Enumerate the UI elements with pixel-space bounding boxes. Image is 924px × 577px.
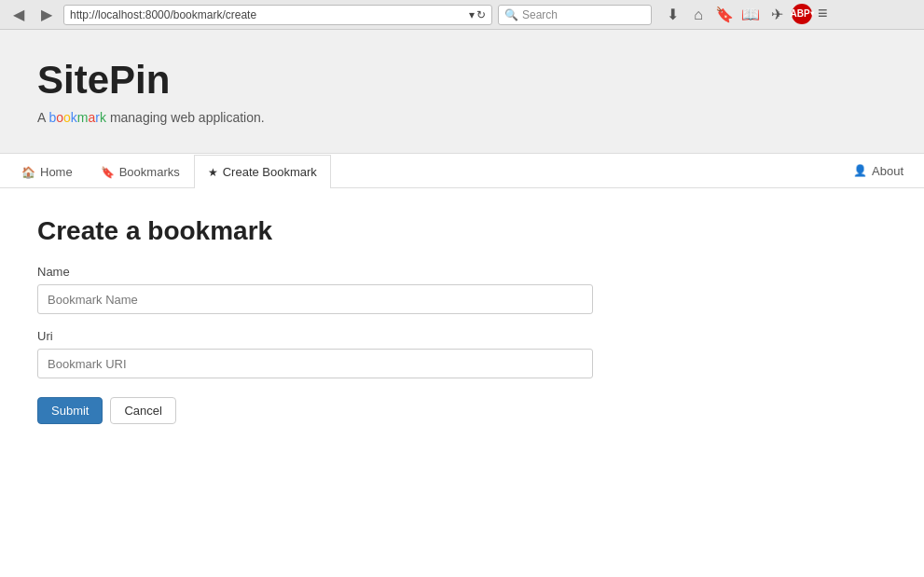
home-button[interactable]: ⌂ <box>687 4 710 26</box>
subtitle-m: m <box>77 110 89 125</box>
nav-home-label: Home <box>40 165 73 179</box>
nav-about-label: About <box>872 164 903 178</box>
download-button[interactable]: ⬇ <box>661 4 683 26</box>
app-header: SitePin A bookmark managing web applicat… <box>0 30 924 154</box>
uri-input[interactable] <box>37 349 593 378</box>
nav-item-home[interactable]: 🏠 Home <box>7 155 87 188</box>
adblock-label: ABP <box>790 8 809 19</box>
name-label: Name <box>37 265 887 279</box>
nav-items-left: 🏠 Home 🔖 Bookmarks ★ Create Bookmark <box>7 154 331 187</box>
nav-create-bookmark-label: Create Bookmark <box>223 165 317 179</box>
browser-menu-button[interactable]: ≡ <box>818 4 828 26</box>
share-button[interactable]: ✈ <box>765 4 788 26</box>
navbar: 🏠 Home 🔖 Bookmarks ★ Create Bookmark 👤 A… <box>0 154 924 188</box>
search-placeholder: Search <box>522 8 558 21</box>
uri-label: Uri <box>37 329 887 343</box>
main-content: Create a bookmark Name Uri Submit Cancel <box>0 188 924 452</box>
app-subtitle: A bookmark managing web application. <box>37 110 887 125</box>
cancel-button[interactable]: Cancel <box>110 397 175 424</box>
form-actions: Submit Cancel <box>37 397 887 424</box>
reader-button[interactable]: 📖 <box>739 4 762 26</box>
nav-item-create-bookmark[interactable]: ★ Create Bookmark <box>194 155 331 188</box>
bookmarks-button[interactable]: 🔖 <box>713 4 736 26</box>
adblock-button[interactable]: ABP ▾ <box>792 4 812 24</box>
forward-button[interactable]: ▶ <box>35 4 58 26</box>
address-bar-icons: ▾ ↻ <box>469 8 486 21</box>
bookmarks-nav-icon: 🔖 <box>101 166 115 179</box>
user-nav-icon: 👤 <box>853 164 867 177</box>
dropdown-icon: ▾ <box>469 8 475 21</box>
home-nav-icon: 🏠 <box>21 166 35 179</box>
reload-icon[interactable]: ↻ <box>476 8 486 21</box>
subtitle-k2: k <box>100 110 106 125</box>
app-title: SitePin <box>37 58 887 103</box>
subtitle-o2: o <box>63 110 71 125</box>
uri-form-group: Uri <box>37 329 887 378</box>
url-text: http://localhost:8000/bookmark/create <box>70 8 465 21</box>
toolbar-icons: ⬇ ⌂ 🔖 📖 ✈ ABP ▾ ≡ <box>661 4 828 26</box>
name-input[interactable] <box>37 284 593 314</box>
star-nav-icon: ★ <box>208 166 218 179</box>
nav-item-about[interactable]: 👤 About <box>840 155 917 187</box>
nav-item-bookmarks[interactable]: 🔖 Bookmarks <box>87 155 194 188</box>
page-heading: Create a bookmark <box>37 216 887 246</box>
submit-button[interactable]: Submit <box>37 397 103 424</box>
nav-bookmarks-label: Bookmarks <box>119 165 180 179</box>
address-bar[interactable]: http://localhost:8000/bookmark/create ▾ … <box>63 5 492 25</box>
search-icon: 🔍 <box>504 8 518 21</box>
search-bar[interactable]: 🔍 Search <box>498 5 652 25</box>
create-bookmark-form: Name Uri Submit Cancel <box>37 265 887 424</box>
subtitle-k: k <box>71 110 77 125</box>
nav-items-right: 👤 About <box>840 155 917 187</box>
adblock-dropdown-icon: ▾ <box>810 9 814 18</box>
browser-chrome: ◀ ▶ http://localhost:8000/bookmark/creat… <box>0 0 924 30</box>
back-button[interactable]: ◀ <box>7 4 30 26</box>
name-form-group: Name <box>37 265 887 314</box>
subtitle-o1: o <box>56 110 63 125</box>
